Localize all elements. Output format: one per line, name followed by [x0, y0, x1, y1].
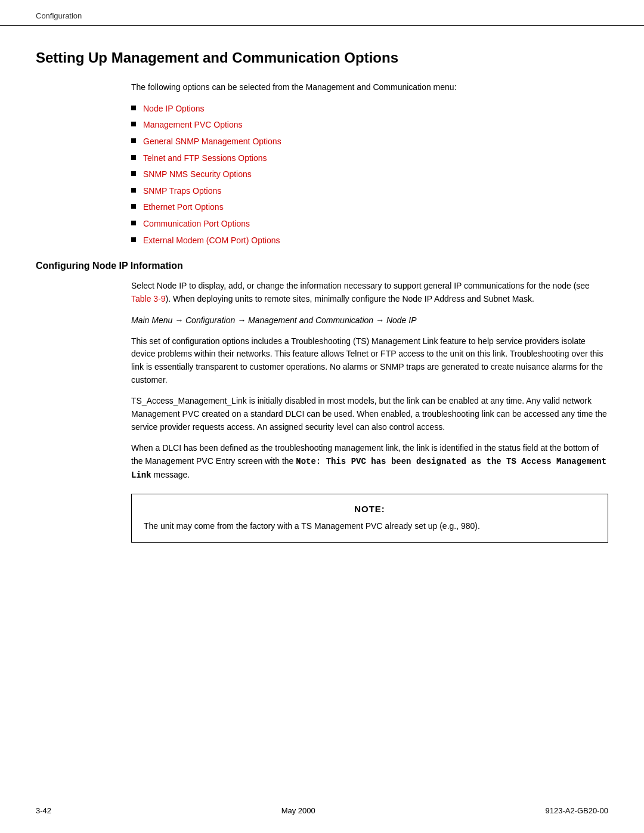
para1: Select Node IP to display, add, or chang…: [131, 280, 608, 305]
bullet-icon: [131, 204, 136, 209]
external-modem-options-link[interactable]: External Modem (COM Port) Options: [143, 235, 280, 247]
bullet-icon: [131, 221, 136, 225]
bullet-list: Node IP Options Management PVC Options G…: [131, 103, 608, 246]
telnet-ftp-options-link[interactable]: Telnet and FTP Sessions Options: [143, 153, 267, 165]
list-item: External Modem (COM Port) Options: [131, 235, 608, 247]
management-pvc-options-link[interactable]: Management PVC Options: [143, 119, 243, 131]
general-snmp-options-link[interactable]: General SNMP Management Options: [143, 136, 281, 148]
ethernet-port-options-link[interactable]: Ethernet Port Options: [143, 202, 224, 213]
communication-port-options-link[interactable]: Communication Port Options: [143, 218, 250, 230]
node-ip-options-link[interactable]: Node IP Options: [143, 103, 204, 115]
para4: When a DLCI has been defined as the trou…: [131, 442, 608, 482]
para4-suffix: message.: [151, 470, 190, 479]
bullet-icon: [131, 171, 136, 176]
section-heading: Configuring Node IP Information: [36, 261, 608, 271]
snmp-nms-options-link[interactable]: SNMP NMS Security Options: [143, 169, 252, 181]
page-title: Setting Up Management and Communication …: [36, 49, 608, 67]
note-text: The unit may come from the factory with …: [144, 520, 596, 532]
note-title: NOTE:: [144, 504, 596, 514]
header: Configuration: [0, 0, 644, 26]
note-box: NOTE: The unit may come from the factory…: [131, 494, 608, 543]
footer-page-number: 3-42: [36, 806, 51, 815]
snmp-traps-options-link[interactable]: SNMP Traps Options: [143, 185, 221, 197]
footer-doc-number: 9123-A2-GB20-00: [545, 806, 608, 815]
bullet-icon: [131, 237, 136, 242]
bullet-icon: [131, 188, 136, 193]
list-item: Communication Port Options: [131, 218, 608, 230]
list-item: Node IP Options: [131, 103, 608, 115]
list-item: Telnet and FTP Sessions Options: [131, 153, 608, 165]
bullet-icon: [131, 106, 136, 110]
list-item: General SNMP Management Options: [131, 136, 608, 148]
list-item: Ethernet Port Options: [131, 202, 608, 213]
list-item: Management PVC Options: [131, 119, 608, 131]
bullet-icon: [131, 122, 136, 126]
italic-path: Main Menu → Configuration → Management a…: [131, 314, 608, 327]
footer: 3-42 May 2000 9123-A2-GB20-00: [36, 806, 608, 815]
para2: This set of configuration options includ…: [131, 335, 608, 387]
list-item: SNMP Traps Options: [131, 185, 608, 197]
content: Setting Up Management and Communication …: [0, 26, 644, 590]
breadcrumb: Configuration: [36, 11, 82, 20]
page: Configuration Setting Up Management and …: [0, 0, 644, 833]
para3: TS_Access_Management_Link is initially d…: [131, 395, 608, 433]
footer-date: May 2000: [281, 806, 315, 815]
bullet-icon: [131, 155, 136, 160]
intro-text: The following options can be selected fr…: [131, 81, 608, 94]
list-item: SNMP NMS Security Options: [131, 169, 608, 181]
table-3-9-link[interactable]: Table 3-9: [131, 294, 166, 304]
bullet-icon: [131, 138, 136, 143]
